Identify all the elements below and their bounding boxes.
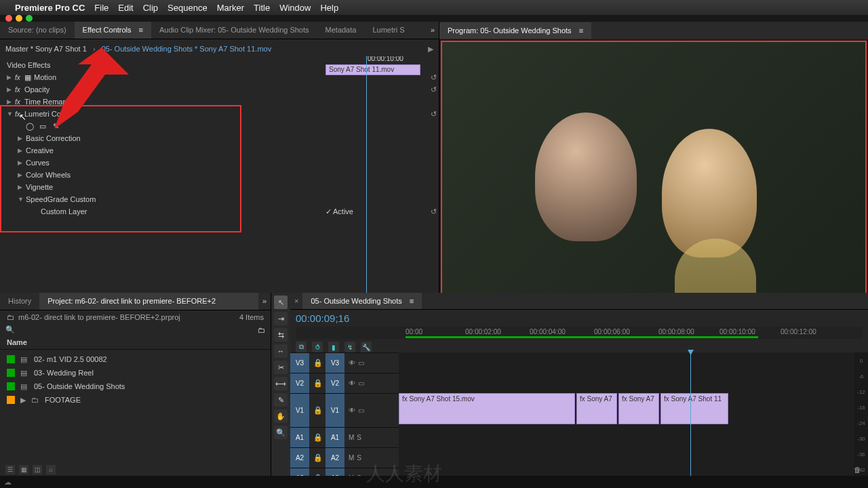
track-a1-target[interactable]: A1 [326, 428, 344, 447]
tab-effect-controls[interactable]: Effect Controls ≡ [75, 22, 151, 39]
sync-lock-icon[interactable]: ▭ [358, 407, 364, 414]
close-window-icon[interactable] [5, 15, 12, 22]
lock-icon[interactable]: 🔒 [311, 379, 326, 388]
maximize-window-icon[interactable] [26, 15, 33, 22]
lock-icon[interactable]: 🔒 [311, 359, 326, 367]
marker-add-icon[interactable]: ▮ [328, 342, 339, 352]
track-a1[interactable]: A1 [290, 428, 309, 447]
menu-window[interactable]: Window [279, 3, 311, 13]
list-item[interactable]: ▶🗀FOOTAGE [0, 393, 271, 407]
clip[interactable]: fx Sony A7 [618, 393, 659, 424]
timeline-timecode[interactable]: 00:00:09;16 [296, 312, 349, 324]
trash-icon[interactable]: 🗑 [854, 466, 861, 474]
minimize-window-icon[interactable] [16, 15, 22, 22]
eye-icon[interactable]: 👁 [349, 380, 355, 387]
menu-help[interactable]: Help [320, 3, 338, 13]
timeline-ruler[interactable]: 00:00 00:00:02:00 00:00:04:00 00:00:06:0… [296, 327, 863, 339]
reset-icon[interactable]: ↺ [428, 207, 439, 216]
settings-icon[interactable]: ↯ [344, 342, 355, 352]
label-swatch [7, 396, 15, 404]
panel-menu-icon[interactable]: ≡ [139, 26, 143, 34]
freeform-view-icon[interactable]: ◫ [33, 465, 42, 474]
tab-program[interactable]: Program: 05- Outside Wedding Shots ≡ [439, 22, 591, 39]
crumb-sequence[interactable]: 05- Outside Wedding Shots * Sony A7 Shot… [102, 45, 272, 53]
hand-tool-icon[interactable]: ✋ [274, 409, 288, 423]
active-check[interactable]: ✓ Active [326, 207, 353, 216]
menu-file[interactable]: File [94, 3, 108, 13]
panel-menu-icon[interactable]: ≡ [410, 297, 414, 305]
expand-icon[interactable]: ▶ [7, 86, 15, 93]
wrench-icon[interactable]: 🔧 [361, 342, 372, 352]
linked-selection-icon[interactable]: ⥀ [312, 342, 323, 352]
menu-clip[interactable]: Clip [143, 3, 158, 13]
sync-lock-icon[interactable]: ▭ [358, 359, 364, 367]
ripple-tool-icon[interactable]: ⇆ [274, 328, 288, 342]
icon-view-icon[interactable]: ▦ [19, 465, 28, 474]
list-view-icon[interactable]: ☰ [5, 465, 15, 474]
lock-icon[interactable]: 🔒 [311, 453, 326, 462]
menu-sequence[interactable]: Sequence [167, 3, 208, 13]
rate-stretch-tool-icon[interactable]: ↔ [274, 344, 288, 358]
selection-tool-icon[interactable]: ↖ [274, 296, 288, 309]
snap-icon[interactable]: ⧉ [296, 342, 307, 352]
overflow-icon[interactable]: » [258, 293, 271, 310]
sort-icon[interactable]: ⌂ [46, 465, 56, 474]
tab-sequence[interactable]: 05- Outside Wedding Shots ≡ [302, 293, 422, 309]
track-v1[interactable]: V1 [290, 394, 309, 427]
clip-fx-icon: fx [622, 395, 629, 403]
solo-icon[interactable]: S [357, 434, 361, 441]
clip[interactable]: fx Sony A7 Shot 15.mov [399, 393, 575, 424]
lock-icon[interactable]: 🔒 [311, 433, 326, 442]
mute-icon[interactable]: M [349, 454, 354, 462]
track-v1-target[interactable]: V1 [326, 394, 344, 427]
tab-history[interactable]: History [0, 293, 39, 310]
pen-tool-icon[interactable]: ✎ [274, 393, 288, 407]
slip-tool-icon[interactable]: ⟷ [274, 377, 288, 390]
tab-lumetri-scopes[interactable]: Lumetri S [364, 22, 412, 39]
razor-tool-icon[interactable]: ✂ [274, 361, 288, 374]
timeline-track-area[interactable]: fx Sony A7 Shot 15.mov fx Sony A7 fx Son… [399, 352, 854, 488]
lock-icon[interactable]: 🔒 [311, 406, 326, 415]
clip[interactable]: fx Sony A7 [576, 393, 617, 424]
menu-marker[interactable]: Marker [217, 3, 244, 13]
clip-name: Sony A7 [629, 395, 654, 403]
close-icon[interactable]: × [290, 293, 302, 309]
eye-icon[interactable]: 👁 [349, 359, 355, 367]
search-icon[interactable]: 🔍 [5, 325, 15, 334]
mini-timecode: 00:00:10:00 [368, 56, 403, 62]
cc-cloud-icon[interactable]: ☁ [4, 478, 12, 487]
app-name[interactable]: Premiere Pro CC [15, 3, 85, 13]
ruler-tick: 00:00:04:00 [530, 328, 566, 336]
track-a2[interactable]: A2 [290, 448, 309, 468]
menu-edit[interactable]: Edit [118, 3, 133, 13]
solo-icon[interactable]: S [357, 454, 361, 462]
effect-controls-timeline[interactable]: 00:00:10:00 Sony A7 Shot 11.mov [326, 56, 439, 138]
eye-icon[interactable]: 👁 [349, 407, 355, 414]
playhead[interactable] [690, 352, 691, 488]
tab-audio-mixer[interactable]: Audio Clip Mixer: 05- Outside Wedding Sh… [151, 22, 317, 39]
track-v3[interactable]: V3 [290, 353, 309, 373]
panel-menu-icon[interactable]: ≡ [579, 26, 583, 35]
expand-icon[interactable]: ▶ [20, 396, 27, 405]
list-item[interactable]: ▤03- Wedding Reel [0, 366, 271, 380]
sync-lock-icon[interactable]: ▭ [358, 380, 364, 387]
track-a2-target[interactable]: A2 [326, 448, 344, 468]
menu-title[interactable]: Title [254, 3, 270, 13]
expand-icon[interactable]: ▶ [7, 98, 15, 105]
track-v2[interactable]: V2 [290, 373, 309, 393]
column-name[interactable]: Name [0, 336, 271, 350]
track-v2-target[interactable]: V2 [326, 373, 344, 393]
tab-metadata[interactable]: Metadata [317, 22, 365, 39]
expand-icon[interactable]: ▶ [7, 74, 15, 81]
mute-icon[interactable]: M [349, 434, 354, 441]
list-item[interactable]: ▤02- m1 VID 2.5 00082 [0, 352, 271, 366]
overflow-icon[interactable]: » [427, 22, 439, 39]
tab-source[interactable]: Source: (no clips) [0, 22, 75, 39]
clip[interactable]: fx Sony A7 Shot 11 [660, 393, 728, 424]
track-select-tool-icon[interactable]: ⇥ [274, 312, 288, 325]
zoom-tool-icon[interactable]: 🔍 [274, 426, 288, 439]
filter-bin-icon[interactable]: 🗀 [258, 326, 265, 334]
track-v3-target[interactable]: V3 [326, 353, 344, 373]
list-item[interactable]: ▤05- Outside Wedding Shots [0, 380, 271, 393]
tab-project[interactable]: Project: m6-02- direct link to premiere-… [39, 293, 258, 310]
